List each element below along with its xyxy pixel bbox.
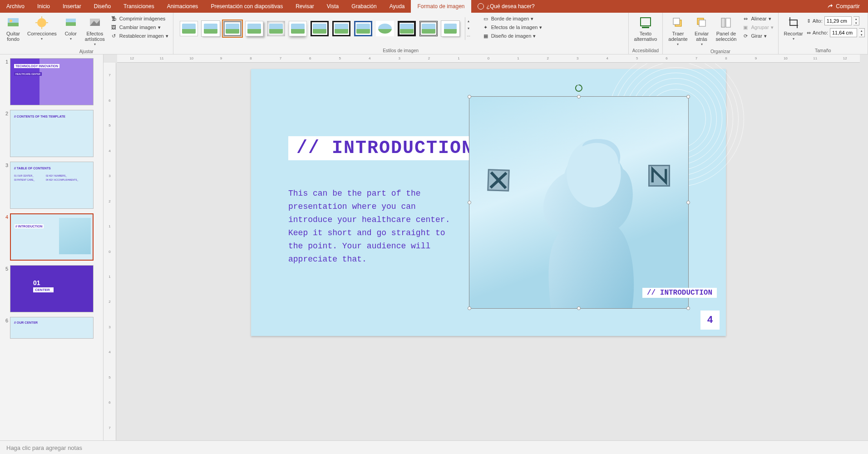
handle-sw[interactable]	[468, 306, 471, 310]
tab-design[interactable]: Diseño	[88, 0, 117, 13]
reset-image-button[interactable]: ↺Restablecer imagen▾	[108, 32, 170, 40]
style-thumb-9[interactable]	[354, 21, 372, 36]
crop-button[interactable]: Recortar▾	[781, 15, 806, 43]
style-thumb-4[interactable]	[245, 21, 263, 36]
slide-thumb-3[interactable]: 3 // TABLE OF CONTENTS 01 OUR CENTER_ 03…	[2, 162, 101, 209]
bring-forward-button[interactable]: Traeradelante▾	[666, 15, 690, 48]
style-thumb-5[interactable]	[267, 21, 285, 36]
style-thumb-2[interactable]	[202, 21, 220, 36]
artistic-effects-button[interactable]: Efectos artísticos▾	[82, 15, 108, 48]
handle-n[interactable]	[577, 95, 581, 99]
compress-images-button[interactable]: 🗜Comprimir imágenes	[108, 15, 170, 23]
width-spin-down[interactable]: ▾	[859, 33, 864, 37]
tab-home[interactable]: Inicio	[31, 0, 56, 13]
gallery-expand[interactable]: ⋯	[466, 34, 471, 39]
tab-review[interactable]: Revisar	[289, 0, 321, 13]
slide-page-number: 4	[700, 311, 720, 330]
slide-editor: 1211109876543210123456789101112 76543210…	[104, 54, 868, 440]
rotate-button[interactable]: ⟳Girar▾	[740, 32, 775, 40]
height-spin-up[interactable]: ▴	[853, 17, 859, 21]
send-backward-button[interactable]: Enviaratrás▾	[691, 15, 712, 48]
slide-title[interactable]: // INTRODUCTION	[288, 136, 482, 160]
tab-transitions[interactable]: Transiciones	[117, 0, 161, 13]
gallery-row-up[interactable]: ▴	[466, 19, 471, 23]
handle-ne[interactable]	[686, 95, 690, 99]
remove-background-button[interactable]: Quitar fondo	[3, 15, 24, 43]
style-thumb-11[interactable]	[398, 21, 416, 36]
ruler-horizontal: 1211109876543210123456789101112	[117, 54, 860, 63]
height-input[interactable]	[824, 16, 852, 25]
slide-thumb-4[interactable]: 4 // INTRODUCTION	[2, 213, 101, 261]
color-button[interactable]: Color▾	[60, 15, 81, 43]
style-thumb-1[interactable]	[180, 21, 198, 36]
slide-sub-label[interactable]: // INTRODUCTION	[642, 288, 717, 298]
slide-thumb-2[interactable]: 2 // CONTENTS OF THIS TEMPLATE	[2, 110, 101, 157]
image-content	[469, 97, 688, 308]
handle-w[interactable]	[468, 201, 471, 204]
width-input[interactable]	[830, 28, 857, 37]
canvas[interactable]: // INTRODUCTION This can be the part of …	[117, 64, 860, 440]
tab-file[interactable]: Archivo	[0, 0, 31, 13]
tab-recording[interactable]: Grabación	[345, 0, 383, 13]
lightbulb-icon	[478, 3, 484, 10]
svg-rect-16	[699, 20, 705, 26]
svg-rect-1	[8, 18, 19, 23]
style-thumb-8[interactable]	[332, 21, 350, 36]
style-thumb-7[interactable]	[311, 21, 329, 36]
height-icon: ⇕	[807, 18, 811, 24]
width-spin-up[interactable]: ▴	[859, 29, 864, 33]
slide-canvas[interactable]: // INTRODUCTION This can be the part of …	[251, 69, 726, 336]
style-thumb-6[interactable]	[289, 21, 307, 36]
style-thumb-12[interactable]	[419, 21, 438, 36]
tab-slideshow[interactable]: Presentación con diapositivas	[204, 0, 289, 13]
group-label-arrange: Organizar	[710, 48, 730, 55]
selection-pane-button[interactable]: Panel deselección	[713, 15, 740, 43]
tell-me-placeholder: ¿Qué desea hacer?	[487, 3, 535, 10]
share-button[interactable]: Compartir	[819, 3, 868, 10]
tab-insert[interactable]: Insertar	[56, 0, 88, 13]
handle-s[interactable]	[577, 306, 581, 310]
picture-effects-button[interactable]: ✦Efectos de la imagen▾	[480, 23, 544, 31]
rotate-handle[interactable]	[575, 84, 583, 92]
tab-view[interactable]: Vista	[321, 0, 345, 13]
slide-thumb-6[interactable]: 6 // OUR CENTER	[2, 317, 101, 339]
svg-rect-9	[66, 22, 76, 26]
align-button[interactable]: ⇔Alinear▾	[740, 15, 775, 23]
selection-pane-icon	[719, 15, 733, 30]
group-objects-button[interactable]: ▣Agrupar▾	[740, 23, 775, 31]
style-thumb-3[interactable]	[223, 21, 242, 36]
alt-text-button[interactable]: Texto alternativo	[631, 15, 660, 43]
handle-e[interactable]	[686, 201, 690, 204]
height-field: ⇕ Alto: ▴▾	[807, 16, 865, 25]
handle-se[interactable]	[686, 306, 690, 310]
style-thumb-13[interactable]	[441, 21, 459, 36]
tab-animations[interactable]: Animaciones	[161, 0, 205, 13]
change-image-button[interactable]: 🖼Cambiar imagen▾	[108, 23, 170, 31]
corrections-button[interactable]: Correcciones▾	[25, 15, 59, 43]
slide-thumb-5[interactable]: 5 01 CENTER_	[2, 265, 101, 312]
selected-image[interactable]	[469, 96, 689, 309]
height-spin-down[interactable]: ▾	[853, 21, 859, 25]
slide-thumbnails-panel[interactable]: 1 TECHNOLOGY INNOVATION HEALTHCARE CENTE…	[0, 54, 104, 440]
alt-text-icon	[638, 15, 653, 30]
tab-help[interactable]: Ayuda	[383, 0, 411, 13]
group-adjust: Quitar fondo Correcciones▾ Color▾ Efecto…	[0, 13, 173, 54]
picture-border-button[interactable]: ▭Borde de imagen▾	[480, 15, 544, 23]
svg-rect-12	[642, 27, 649, 28]
svg-rect-17	[721, 18, 725, 27]
handle-nw[interactable]	[468, 95, 471, 99]
style-thumb-10[interactable]	[376, 21, 394, 36]
group-arrange: Traeradelante▾ Enviaratrás▾ Panel desele…	[663, 13, 778, 54]
tab-picture-format[interactable]: Formato de imagen	[411, 0, 471, 13]
tell-me-search[interactable]: ¿Qué desea hacer?	[471, 3, 541, 10]
notes-pane[interactable]: Haga clic para agregar notas	[0, 440, 868, 454]
group-label-size: Tamaño	[815, 47, 831, 54]
picture-layout-button[interactable]: ▦Diseño de imagen▾	[480, 32, 544, 40]
align-icon: ⇔	[742, 15, 749, 22]
slide-body-text[interactable]: This can be the part of the presentation…	[288, 187, 461, 266]
remove-bg-icon	[6, 15, 20, 30]
slide-thumb-1[interactable]: 1 TECHNOLOGY INNOVATION HEALTHCARE CENTE…	[2, 58, 101, 105]
effects-icon: ✦	[482, 24, 489, 31]
send-backward-icon	[695, 15, 709, 30]
gallery-row-down[interactable]: ▾	[466, 26, 471, 31]
